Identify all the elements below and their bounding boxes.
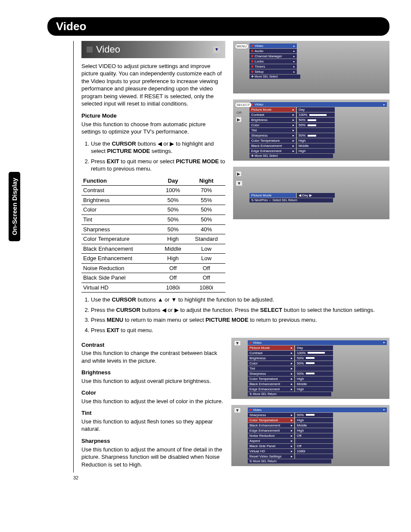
osd-row: Black Enhancement▸Middle [248,382,387,386]
osd-row: Sharpness▸50% [248,371,387,376]
function-table: FunctionDayNight Contrast100%70%Brightne… [81,176,225,293]
picture-mode-desc: Use this function to choose from automat… [81,121,225,136]
page-number: 32 [73,475,389,480]
osd-row: Brightness▸50% [249,118,387,122]
osd-row: Color▸50% [248,361,387,366]
right-arrow-icon: ▶ [236,117,242,122]
osd-row: Edge Enhancement▸High [248,428,387,433]
square-icon [87,47,93,53]
picture-mode-title: Picture Mode [81,112,225,120]
or-label: OR [236,111,243,115]
osd-row: Color▸50% [249,123,387,128]
osd-hint: ⇅ Move SEL Return [248,459,331,464]
section-desc: Use this function to change the contrast… [81,349,224,364]
pm-step-1: Use the CURSOR buttons ◀ or ▶ to highlig… [91,140,225,155]
table-row: Color50%50% [81,205,225,215]
section-desc: Use this function to adjust overall pict… [81,377,224,385]
down-arrow-icon: ▼ [236,180,243,186]
osd-row: Picture Mode▸Day [248,345,387,350]
osd-menu-item: Audio▸ [249,49,297,53]
table-row: Color TemperatureHighStandard [81,234,225,244]
osd-row: Black Enhancement▸Middle [248,423,387,428]
section-title: Sharpness [81,437,224,445]
osd-header: Video▸ [249,102,387,107]
table-row: Contrast100%70% [81,186,225,196]
step-2: Press the CURSOR buttons ◀ or ▶ to adjus… [91,306,389,314]
right-arrow-icon: ▶ [236,171,242,177]
osd-header: Video▸ [248,408,387,412]
table-row: Black Side PanelOffOff [81,273,225,283]
video-subheader-bar: Video ▼ [81,41,225,58]
step-3: Press MENU to return to main menu or sel… [91,316,389,324]
osd-row: Contrast▸100% [249,112,387,117]
osd-video-menu-2: ▼ Video▸ Picture Mode▸DayContrast▸100%Br… [231,338,389,399]
section-title: Brightness [81,369,224,376]
osd-row: Black Side Panel▸Off [248,444,387,448]
section-desc: Use this function to adjust the amount o… [81,446,224,469]
osd-row-label: Picture Mode [249,193,296,198]
table-row: Edge EnhancementHighLow [81,254,225,264]
section-title: Tint [81,409,224,417]
osd-row-value: ◀ Day ▶ [297,193,335,198]
osd-row: Brightness▸50% [248,356,387,361]
side-tab: On-Screen Display [9,172,20,241]
osd-row: Picture Mode▸Day [249,107,387,112]
dropdown-icon: ▼ [213,46,220,53]
section-desc: Use this function to adjust the level of… [81,398,224,405]
osd-row: Sharpness▸50% [248,413,387,417]
osd-row: Noise Reduction▸Off [248,433,387,438]
step-4: Press EXIT to quit menu. [91,327,389,334]
osd-row: Color Temperature▸High [248,376,387,381]
osd-video-menu: SELECT OR ▶ Video▸ Picture Mode▸DayContr… [233,100,389,161]
osd-main-menu: MENU Video▸Audio▸Channel Manager▸Locks▸T… [233,41,389,93]
osd-menu-item: Setup▸ [249,69,297,74]
menu-button-icon: MENU [235,44,249,49]
osd-row: Edge Enhancement▸High [248,387,387,392]
table-row: Black EnhancementMiddleLow [81,244,225,254]
osd-hint: ⇅ Move SEL Return [248,392,331,396]
table-row: Sharpness50%40% [81,224,225,234]
select-button-icon: SELECT [235,102,252,108]
osd-menu-item: Video▸ [249,44,297,48]
osd-header: Video▸ [248,340,387,345]
osd-menu-item: Locks▸ [249,59,297,64]
table-row: Tint50%50% [81,215,225,224]
osd-row: Sharpness▸50% [249,133,387,138]
table-row: Brightness50%55% [81,195,225,205]
section-desc: Use this function to adjust flesh tones … [81,418,224,433]
pm-step-2: Press EXIT to quit menu or select PICTUR… [91,158,225,173]
osd-row: Aspect▸ [248,439,387,443]
osd-row: Contrast▸100% [248,351,387,355]
osd-hint: ✥ Move SEL Select [249,154,333,158]
osd-row: Reset Video Settings▸ [248,454,387,459]
osd-hint: ⇅ Next/Prev ↔ Select SEL Return [249,198,333,202]
osd-row: Virtual HD▸1080i [248,449,387,454]
osd-row: Edge Enhancement▸High [249,149,387,153]
page-header: Video [47,17,389,36]
osd-row: Color Temperature▸High [249,138,387,143]
osd-hint: ✥ Move SEL Select [249,75,300,79]
osd-picture-mode-select: ▶ ▼ Picture Mode◀ Day ▶ ⇅ Next/Prev ↔ Se… [233,167,389,219]
table-row: Noise ReductionOffOff [81,263,225,273]
down-arrow-icon: ▼ [234,408,241,413]
table-row: Virtual HD1080i1080i [81,283,225,292]
section-title: Color [81,389,224,397]
osd-menu-item: Timers▸ [249,64,297,69]
step-1: Use the CURSOR buttons ▲ or ▼ to highlig… [91,296,389,304]
video-subheader-text: Video [96,43,120,56]
osd-row: Tint▸ [248,366,387,371]
osd-video-menu-3: ▼ Video▸ Sharpness▸50%Color Temperature▸… [231,405,389,466]
down-arrow-icon: ▼ [234,340,241,346]
osd-row: Black Enhancement▸Middle [249,143,387,148]
osd-menu-item: Channel Manager▸ [249,54,297,59]
osd-row: Color Temperature▸High [248,418,387,423]
osd-row: Tint▸ [249,128,387,133]
intro-text: Select VIDEO to adjust picture settings … [81,62,225,108]
section-title: Contrast [81,341,224,349]
